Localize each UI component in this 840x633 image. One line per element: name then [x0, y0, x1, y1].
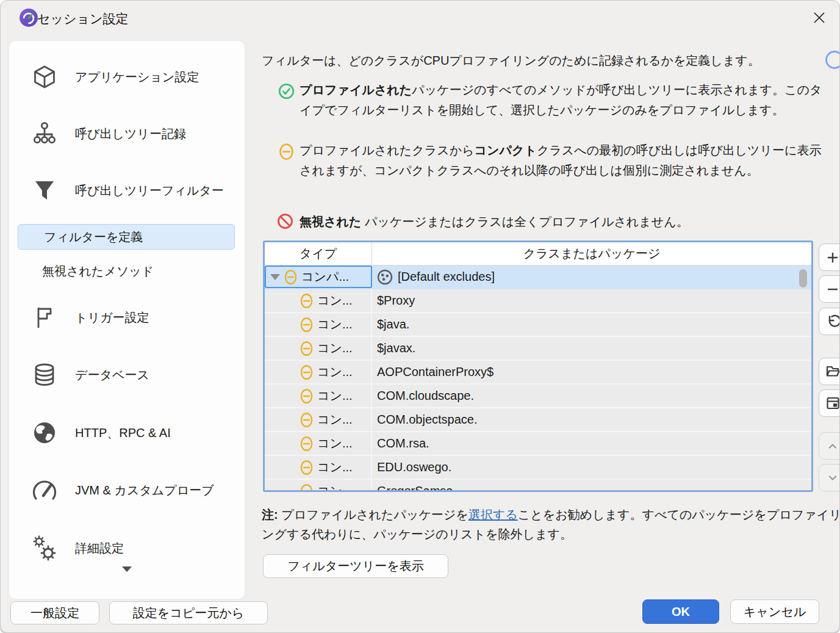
- filter-group-icon: [377, 269, 393, 285]
- type-label: コン...: [317, 435, 353, 452]
- type-label: コン...: [317, 483, 353, 492]
- class-or-package-label: $javax.: [377, 341, 415, 355]
- filter-table-row[interactable]: コン...COM.cloudscape.: [265, 385, 811, 408]
- type-cell[interactable]: コン...: [265, 480, 372, 492]
- settings-sidebar: アプリケーション設定 呼び出しツリー記録 呼び出しツリーフィルター フィルターを…: [9, 41, 245, 599]
- sidebar-item-label: トリガー設定: [75, 309, 149, 326]
- compact-minus-icon: [300, 388, 313, 404]
- type-cell[interactable]: コンパ...: [265, 266, 372, 288]
- class-or-package-label: [Default excludes]: [398, 270, 495, 284]
- column-header-class-or-package[interactable]: クラスまたはパッケージ: [372, 242, 811, 265]
- sidebar-item-http-rpc-ai[interactable]: HTTP、RPC & AI: [9, 418, 245, 448]
- sidebar-item-ignored-methods[interactable]: 無視されたメソッド: [42, 263, 154, 280]
- type-label: コン...: [317, 316, 353, 333]
- move-up-button[interactable]: [819, 432, 840, 460]
- compact-minus-icon: [300, 483, 313, 493]
- type-cell[interactable]: コン...: [265, 385, 372, 407]
- cube-icon: [31, 63, 58, 90]
- help-icon[interactable]: [825, 51, 840, 69]
- sidebar-item-label: フィルターを定義: [44, 229, 143, 245]
- filter-table-row[interactable]: コン...$java.: [265, 313, 811, 337]
- class-or-package-label: COM.objectspace.: [377, 413, 478, 427]
- session-settings-dialog: セッション設定 アプリケーション設定 呼び出しツリー記録: [0, 0, 840, 633]
- compact-minus-icon: [284, 269, 297, 285]
- class-or-package-cell[interactable]: GregorSamsa: [372, 480, 811, 492]
- ok-button[interactable]: OK: [642, 599, 719, 624]
- sidebar-item-call-tree-recording[interactable]: 呼び出しツリー記録: [9, 118, 245, 149]
- type-label: コン...: [317, 292, 353, 309]
- filter-table-row[interactable]: コン...$javax.: [265, 337, 811, 361]
- class-or-package-label: COM.rsa.: [377, 436, 429, 450]
- filter-table-row[interactable]: コンパ...[Default excludes]: [265, 266, 811, 289]
- compact-minus-icon: [300, 317, 313, 333]
- type-cell[interactable]: コン...: [265, 289, 372, 312]
- type-cell[interactable]: コン...: [265, 432, 372, 455]
- class-or-package-cell[interactable]: COM.cloudscape.: [372, 385, 811, 407]
- type-cell[interactable]: コン...: [265, 337, 372, 360]
- funnel-icon: [31, 177, 58, 204]
- sidebar-item-define-filters[interactable]: フィルターを定義: [18, 224, 235, 250]
- save-filter-set-button[interactable]: [819, 389, 840, 417]
- sidebar-item-label: HTTP、RPC & AI: [75, 425, 171, 441]
- class-or-package-cell[interactable]: COM.rsa.: [372, 432, 811, 455]
- compact-minus-icon: [300, 364, 313, 380]
- filter-table-row[interactable]: コン...$Proxy: [265, 289, 811, 313]
- close-icon[interactable]: [807, 5, 831, 30]
- show-filter-tree-button[interactable]: フィルターツリーを表示: [263, 554, 448, 578]
- sidebar-item-label: 呼び出しツリー記録: [75, 126, 186, 142]
- type-cell[interactable]: コン...: [265, 408, 372, 431]
- move-down-button[interactable]: [819, 464, 840, 491]
- sidebar-scroll-down-icon[interactable]: [9, 566, 245, 572]
- sidebar-item-trigger-settings[interactable]: トリガー設定: [9, 302, 245, 333]
- type-cell[interactable]: コン...: [265, 456, 372, 479]
- sidebar-item-application-settings[interactable]: アプリケーション設定: [9, 62, 245, 92]
- open-filter-set-button[interactable]: [819, 358, 840, 385]
- cancel-button[interactable]: キャンセル: [730, 599, 819, 624]
- sidebar-item-call-tree-filters[interactable]: 呼び出しツリーフィルター: [9, 175, 245, 206]
- type-label: コンパ...: [301, 269, 349, 285]
- filter-table-row[interactable]: コン...GregorSamsa: [265, 480, 811, 492]
- copy-settings-from-button[interactable]: 設定をコピー元から: [109, 601, 268, 624]
- type-label: コン...: [317, 411, 353, 428]
- class-or-package-cell[interactable]: COM.objectspace.: [372, 408, 811, 431]
- call-tree-icon: [31, 120, 58, 147]
- filter-table-row[interactable]: コン...EDU.oswego.: [265, 456, 811, 480]
- class-or-package-cell[interactable]: [Default excludes]: [372, 266, 811, 288]
- reset-filters-button[interactable]: [819, 308, 840, 335]
- filter-table-row[interactable]: コン...COM.rsa.: [265, 432, 811, 456]
- type-label: コン...: [317, 459, 353, 476]
- class-or-package-cell[interactable]: $javax.: [372, 337, 811, 360]
- column-header-type[interactable]: タイプ: [265, 242, 372, 265]
- sidebar-item-database[interactable]: データベース: [9, 360, 245, 390]
- filters-intro-text: フィルターは、どのクラスがCPUプロファイリングのために記録されるかを定義します…: [262, 52, 825, 69]
- database-icon: [31, 361, 58, 388]
- type-cell[interactable]: コン...: [265, 361, 372, 383]
- app-logo-icon: [20, 9, 38, 27]
- compact-minus-icon: [300, 436, 313, 452]
- class-or-package-cell[interactable]: $Proxy: [372, 289, 811, 312]
- class-or-package-label: GregorSamsa: [377, 484, 453, 492]
- sidebar-item-jvm-custom-probes[interactable]: JVM & カスタムプローブ: [9, 475, 245, 505]
- filter-table-row[interactable]: コン...COM.objectspace.: [265, 408, 811, 432]
- sidebar-item-label: 呼び出しツリーフィルター: [75, 183, 224, 199]
- sidebar-item-label: データベース: [75, 367, 149, 383]
- class-or-package-label: AOPContainerProxy$: [377, 365, 494, 379]
- table-header: タイプ クラスまたはパッケージ: [265, 242, 811, 266]
- flag-icon: [31, 304, 58, 331]
- type-label: コン...: [317, 388, 353, 404]
- class-or-package-label: $java.: [377, 317, 409, 331]
- select-packages-link[interactable]: 選択する: [468, 508, 518, 521]
- remove-filter-button[interactable]: [819, 275, 840, 303]
- general-settings-button[interactable]: 一般設定: [10, 601, 99, 624]
- class-or-package-cell[interactable]: EDU.oswego.: [372, 456, 811, 479]
- expander-icon[interactable]: [270, 274, 280, 280]
- sidebar-item-advanced-settings[interactable]: 詳細設定: [9, 533, 245, 563]
- compact-minus-icon: [300, 293, 313, 309]
- add-filter-button[interactable]: [819, 244, 840, 271]
- class-or-package-cell[interactable]: AOPContainerProxy$: [372, 361, 811, 383]
- type-cell[interactable]: コン...: [265, 313, 372, 336]
- compact-minus-icon: [300, 460, 313, 476]
- table-scrollbar-thumb[interactable]: [799, 269, 807, 288]
- filter-table-row[interactable]: コン...AOPContainerProxy$: [265, 361, 811, 385]
- class-or-package-cell[interactable]: $java.: [372, 313, 811, 336]
